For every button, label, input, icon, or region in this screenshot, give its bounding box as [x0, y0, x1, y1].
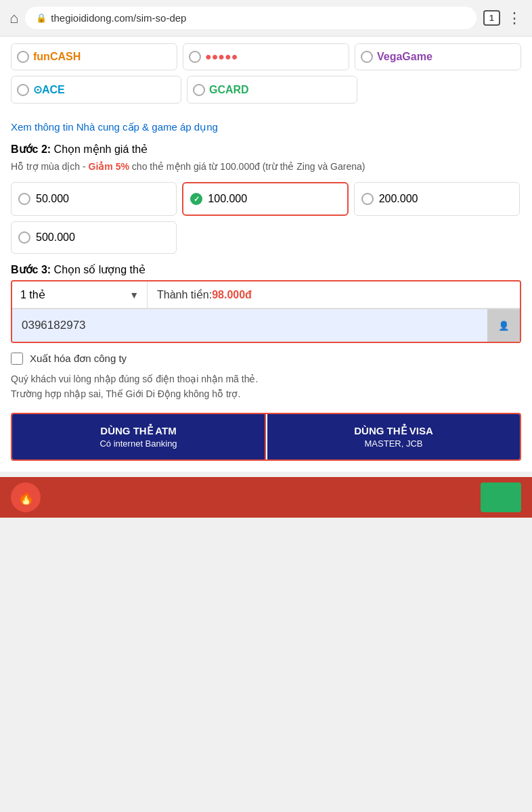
denom-50000-label: 50.000: [36, 193, 69, 205]
bottom-logo: 🔥: [11, 482, 41, 512]
contacts-icon: 👤: [498, 321, 510, 331]
total-label: Thành tiền:: [157, 288, 212, 301]
contacts-button[interactable]: 👤: [487, 309, 520, 342]
page-content: funCASH ●●●●● VegaGame ⊙ACE GCARD Xem: [0, 37, 532, 472]
discount-suffix: cho thẻ mệnh giá từ 100.000đ (trừ thẻ Zi…: [129, 161, 365, 172]
discount-note: Hỗ trợ mùa dịch - Giảm 5% cho thẻ mệnh g…: [11, 160, 521, 174]
logo-ocb[interactable]: ●●●●●: [183, 43, 349, 70]
funcash-label: funCASH: [33, 51, 81, 63]
denomination-grid: 50.000 100.000 200.000 500.000: [11, 182, 521, 254]
logo-section: funCASH ●●●●● VegaGame ⊙ACE GCARD: [11, 37, 521, 116]
info-link[interactable]: Xem thông tin Nhà cung cấp & game áp dụn…: [11, 121, 521, 133]
more-icon[interactable]: ⋮: [507, 9, 523, 27]
logo-ace[interactable]: ⊙ACE: [11, 76, 181, 104]
step3-bold: Bước 3:: [11, 264, 51, 275]
home-icon[interactable]: ⌂: [9, 9, 18, 27]
ace-label: ⊙ACE: [33, 83, 65, 96]
visa-sub-label: MASTER, JCB: [274, 438, 513, 450]
bottom-logo-icon: 🔥: [18, 489, 35, 505]
tab-count[interactable]: 1: [483, 10, 500, 26]
invoice-checkbox-row: Xuất hóa đơn công ty: [11, 353, 521, 365]
vegame-label: VegaGame: [377, 51, 433, 63]
logo-vegame[interactable]: VegaGame: [355, 43, 521, 70]
browser-chrome: ⌂ 🔒 thegioididong.com/sim-so-dep 1 ⋮: [0, 0, 532, 37]
radio-ocb[interactable]: [189, 51, 201, 63]
logo-funcash[interactable]: funCASH: [11, 43, 177, 70]
qty-total-row: 1 thẻ 2 thẻ 3 thẻ 4 thẻ 5 thẻ ▼ Thành ti…: [12, 281, 520, 309]
denom-100000-label: 100.000: [208, 193, 247, 205]
atm-main-label: DÙNG THẺ ATM: [19, 424, 258, 438]
step3-label: Bước 3: Chọn số lượng thẻ: [11, 263, 521, 276]
atm-button[interactable]: DÙNG THẺ ATM Có internet Banking: [12, 414, 266, 459]
total-wrap: Thành tiền: 98.000đ: [148, 281, 520, 308]
step2-text: Chọn mệnh giá thẻ: [51, 143, 148, 155]
step3-section: Bước 3: Chọn số lượng thẻ 1 thẻ 2 thẻ 3 …: [11, 263, 521, 343]
logo-gcard[interactable]: GCARD: [187, 76, 357, 104]
step3-text: Chọn số lượng thẻ: [51, 264, 146, 275]
notice-text: Quý khách vui lòng nhập đúng số điện tho…: [11, 371, 521, 402]
radio-100000-selected[interactable]: [190, 193, 202, 205]
bottom-bar: 🔥: [0, 477, 532, 518]
visa-main-label: DÙNG THẺ VISA: [274, 424, 513, 438]
denom-50000[interactable]: 50.000: [11, 182, 177, 216]
denom-500000-label: 500.000: [36, 231, 75, 244]
radio-gcard[interactable]: [193, 84, 205, 96]
radio-50000[interactable]: [18, 193, 30, 205]
denom-500000[interactable]: 500.000: [11, 221, 177, 254]
radio-200000[interactable]: [361, 193, 374, 205]
invoice-label: Xuất hóa đơn công ty: [30, 353, 127, 365]
phone-input[interactable]: [12, 311, 487, 340]
total-value: 98.000đ: [212, 289, 252, 301]
qty-total-box: 1 thẻ 2 thẻ 3 thẻ 4 thẻ 5 thẻ ▼ Thành ti…: [11, 280, 521, 343]
logo-row-2: ⊙ACE GCARD: [11, 76, 521, 104]
radio-500000[interactable]: [18, 231, 30, 244]
discount-pct: Giảm 5%: [89, 161, 129, 172]
radio-ace[interactable]: [17, 84, 29, 96]
phone-input-row: 👤: [12, 309, 520, 342]
visa-button[interactable]: DÙNG THẺ VISA MASTER, JCB: [267, 414, 520, 459]
gcard-label: GCARD: [209, 84, 249, 96]
payment-buttons: DÙNG THẺ ATM Có internet Banking DÙNG TH…: [11, 413, 521, 461]
step2-label: Bước 2: Chọn mệnh giá thẻ: [11, 143, 521, 156]
atm-sub-label: Có internet Banking: [19, 438, 258, 450]
discount-prefix: Hỗ trợ mùa dịch -: [11, 161, 89, 172]
lock-icon: 🔒: [36, 13, 47, 23]
denom-200000-label: 200.000: [379, 193, 418, 205]
qty-select-wrap[interactable]: 1 thẻ 2 thẻ 3 thẻ 4 thẻ 5 thẻ ▼: [12, 281, 148, 308]
bottom-right-box: [481, 482, 521, 512]
step2-bold: Bước 2:: [11, 143, 51, 155]
denom-200000[interactable]: 200.000: [354, 182, 520, 216]
url-text: thegioididong.com/sim-so-dep: [51, 12, 186, 24]
denom-100000[interactable]: 100.000: [182, 182, 348, 216]
logo-row-1: funCASH ●●●●● VegaGame: [11, 43, 521, 70]
url-bar[interactable]: 🔒 thegioididong.com/sim-so-dep: [25, 7, 476, 29]
ocb-label: ●●●●●: [205, 51, 238, 63]
qty-select[interactable]: 1 thẻ 2 thẻ 3 thẻ 4 thẻ 5 thẻ: [20, 289, 129, 300]
invoice-checkbox[interactable]: [11, 353, 23, 365]
qty-chevron-icon: ▼: [129, 290, 139, 300]
radio-vegame[interactable]: [361, 51, 373, 63]
radio-funcash[interactable]: [17, 51, 29, 63]
